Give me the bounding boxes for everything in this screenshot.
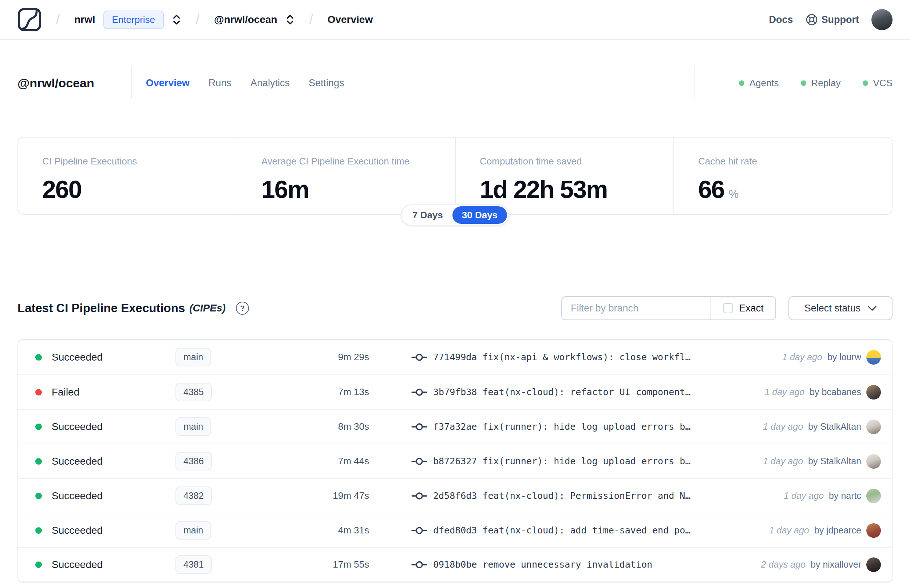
duration: 8m 30s — [248, 421, 369, 432]
author-avatar[interactable] — [866, 385, 881, 399]
feature-vcs[interactable]: VCS — [863, 78, 892, 89]
stat-average-execution-time: Average CI Pipeline Execution time 16m — [237, 137, 455, 214]
breadcrumb-separator: / — [309, 12, 313, 27]
commit-message[interactable]: 3b79fb38 feat(nx-cloud): refactor UI com… — [433, 387, 690, 397]
breadcrumb-org[interactable]: nrwl — [74, 14, 95, 26]
cipe-filters: Exact Select status — [561, 296, 892, 320]
select-status-dropdown[interactable]: Select status — [789, 296, 892, 320]
table-row[interactable]: Succeeded 4382 19m 47s 2d58f6d3 feat(nx-… — [18, 478, 892, 513]
nav-actions: Docs Support — [769, 9, 892, 30]
time-ago: 2 days ago — [761, 559, 805, 570]
stat-value: 66 — [698, 175, 724, 204]
author-avatar[interactable] — [866, 557, 881, 572]
docs-link[interactable]: Docs — [769, 14, 793, 26]
status-dot-icon — [35, 389, 42, 396]
tab-settings[interactable]: Settings — [309, 78, 344, 89]
git-commit-icon — [411, 388, 427, 397]
git-commit-icon — [411, 560, 427, 569]
exact-label: Exact — [739, 303, 764, 314]
duration: 4m 31s — [248, 525, 369, 536]
author: by lourw — [828, 352, 861, 362]
tab-overview[interactable]: Overview — [146, 78, 190, 89]
time-ago: 1 day ago — [763, 456, 803, 467]
branch-badge: main — [175, 417, 211, 436]
author-avatar[interactable] — [866, 420, 881, 434]
commit-message[interactable]: 771499da fix(nx-api & workflows): close … — [433, 352, 690, 362]
branch-badge: 4386 — [175, 452, 212, 470]
org-switcher-chevrons-icon[interactable] — [172, 13, 181, 26]
time-ago: 1 day ago — [763, 422, 803, 432]
breadcrumb-workspace[interactable]: @nrwl/ocean — [214, 14, 277, 26]
duration: 17m 55s — [248, 559, 369, 570]
divider — [694, 66, 695, 99]
git-commit-icon — [411, 457, 427, 466]
section-title: Latest CI Pipeline Executions — [18, 301, 185, 315]
author: by StalkAltan — [808, 422, 861, 432]
git-commit-icon — [411, 526, 427, 535]
author: by jdpearce — [814, 525, 861, 536]
duration: 7m 13s — [248, 386, 369, 398]
branch-filter-input[interactable] — [562, 297, 711, 320]
chevron-down-icon — [868, 305, 876, 311]
tab-analytics[interactable]: Analytics — [251, 78, 290, 89]
time-ago: 1 day ago — [765, 387, 805, 397]
cipe-table: Succeeded main 9m 29s 771499da fix(nx-ap… — [18, 339, 892, 583]
range-7-days-button[interactable]: 7 Days — [403, 206, 453, 224]
branch-badge: 4385 — [175, 383, 212, 401]
author-avatar[interactable] — [866, 454, 881, 468]
breadcrumb-page: Overview — [328, 14, 373, 26]
stats-cards: CI Pipeline Executions 260 Average CI Pi… — [18, 137, 892, 215]
exact-match-toggle: Exact — [711, 297, 775, 320]
feature-agents[interactable]: Agents — [739, 78, 779, 89]
status-dot-icon — [35, 354, 42, 360]
status-dot-icon — [35, 423, 42, 430]
help-icon[interactable]: ? — [236, 302, 249, 315]
commit-message[interactable]: 0918b0be remove unnecessary invalidation — [433, 559, 652, 570]
top-nav: / nrwl Enterprise / @nrwl/ocean / Overvi… — [0, 0, 910, 40]
branch-badge: main — [175, 348, 211, 367]
commit-message[interactable]: dfed80d3 feat(nx-cloud): add time-saved … — [433, 525, 690, 536]
user-avatar[interactable] — [871, 9, 892, 30]
table-row[interactable]: Succeeded main 4m 31s dfed80d3 feat(nx-c… — [18, 513, 892, 547]
status-dot-icon — [35, 493, 42, 499]
author: by StalkAltan — [808, 456, 861, 467]
breadcrumb-separator: / — [56, 12, 60, 27]
author: by nartc — [829, 491, 861, 501]
commit-message[interactable]: b8726327 fix(runner): hide log upload er… — [433, 456, 690, 467]
cipe-section-header: Latest CI Pipeline Executions (CIPEs) ? … — [18, 296, 892, 320]
table-row[interactable]: Succeeded main 8m 30s f37a32ae fix(runne… — [18, 409, 892, 444]
branch-badge: 4382 — [175, 486, 212, 505]
feature-status-list: Agents Replay VCS — [694, 66, 892, 99]
nx-cloud-logo-icon[interactable] — [18, 8, 42, 32]
table-row[interactable]: Failed 4385 7m 13s 3b79fb38 feat(nx-clou… — [18, 375, 892, 409]
git-commit-icon — [411, 491, 427, 501]
table-row[interactable]: Succeeded 4386 7m 44s b8726327 fix(runne… — [18, 444, 892, 478]
author-avatar[interactable] — [866, 489, 881, 503]
workspace-switcher-chevrons-icon[interactable] — [285, 13, 295, 26]
feature-replay[interactable]: Replay — [801, 78, 841, 89]
author-avatar[interactable] — [866, 523, 881, 538]
table-row[interactable]: Succeeded main 9m 29s 771499da fix(nx-ap… — [18, 340, 892, 375]
status-dot-icon — [863, 81, 868, 86]
branch-badge: main — [175, 521, 211, 540]
time-ago: 1 day ago — [784, 491, 824, 501]
exact-checkbox[interactable] — [723, 303, 733, 313]
duration: 19m 47s — [248, 490, 369, 501]
time-ago: 1 day ago — [782, 352, 822, 362]
commit-message[interactable]: f37a32ae fix(runner): hide log upload er… — [433, 422, 690, 432]
range-30-days-button[interactable]: 30 Days — [453, 206, 507, 224]
stat-computation-time-saved: Computation time saved 1d 22h 53m — [455, 137, 673, 214]
tab-runs[interactable]: Runs — [209, 78, 231, 89]
duration: 9m 29s — [248, 352, 369, 363]
author-avatar[interactable] — [866, 350, 881, 365]
workspace-tabs: Overview Runs Analytics Settings — [146, 78, 344, 89]
table-row[interactable]: Succeeded 4381 17m 55s 0918b0be remove u… — [18, 547, 892, 582]
enterprise-badge: Enterprise — [103, 11, 164, 29]
commit-message[interactable]: 2d58f6d3 feat(nx-cloud): PermissionError… — [433, 491, 690, 501]
support-link[interactable]: Support — [805, 13, 859, 26]
workspace-header: @nrwl/ocean Overview Runs Analytics Sett… — [0, 64, 910, 102]
git-commit-icon — [411, 422, 427, 431]
breadcrumb-separator: / — [196, 12, 199, 27]
status-dot-icon — [739, 81, 744, 86]
author: by nixallover — [811, 559, 861, 570]
